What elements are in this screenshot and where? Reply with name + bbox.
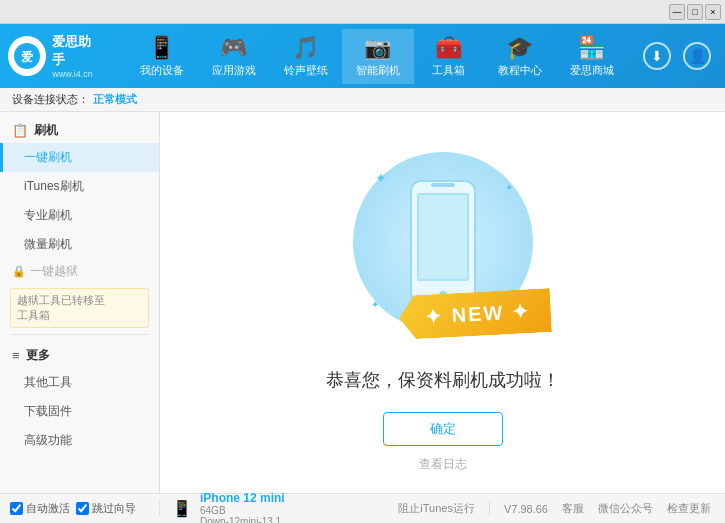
header: 爱 爱思助手 www.i4.cn 📱 我的设备 🎮 应用游戏 🎵 铃声壁纸 📷 … [0, 24, 725, 88]
sidebar-section-flash: 📋 刷机 [0, 116, 159, 143]
sparkle-1: ✦ [375, 170, 387, 186]
phone-svg [403, 177, 483, 307]
customer-service-link[interactable]: 客服 [562, 501, 584, 516]
sidebar-item-other-tools[interactable]: 其他工具 [0, 368, 159, 397]
sidebar-item-one-click[interactable]: 一键刷机 [0, 143, 159, 172]
skip-wizard-checkbox[interactable]: 跳过向导 [76, 501, 136, 516]
nav-my-device[interactable]: 📱 我的设备 [126, 29, 198, 84]
new-badge: ✦ NEW ✦ [398, 288, 552, 340]
store-icon: 🏪 [578, 35, 605, 61]
sidebar-item-save-data[interactable]: 微量刷机 [0, 230, 159, 259]
sidebar-notice: 越狱工具已转移至 工具箱 [10, 288, 149, 328]
sidebar-item-download-firmware[interactable]: 下载固件 [0, 397, 159, 426]
title-bar: — □ × [0, 0, 725, 24]
sidebar-divider [10, 334, 149, 335]
svg-rect-6 [419, 195, 467, 279]
minimize-btn[interactable]: — [669, 4, 685, 20]
nav-store[interactable]: 🏪 爱思商城 [556, 29, 628, 84]
nav-smart-flash[interactable]: 📷 智能刷机 [342, 29, 414, 84]
download-btn[interactable]: ⬇ [643, 42, 671, 70]
status-value: 正常模式 [93, 92, 137, 107]
maximize-btn[interactable]: □ [687, 4, 703, 20]
skip-wizard-input[interactable] [76, 502, 89, 515]
nav-bar: 📱 我的设备 🎮 应用游戏 🎵 铃声壁纸 📷 智能刷机 🧰 工具箱 🎓 教程中心… [110, 29, 643, 84]
device-info: 📱 iPhone 12 mini 64GB Down-12mini-13,1 [160, 491, 297, 524]
logo-sub: www.i4.cn [52, 69, 102, 79]
sidebar: 📋 刷机 一键刷机 iTunes刷机 专业刷机 微量刷机 🔒 一键越狱 越狱工具… [0, 112, 160, 493]
success-message: 恭喜您，保资料刷机成功啦！ [326, 368, 560, 392]
sidebar-item-itunes[interactable]: iTunes刷机 [0, 172, 159, 201]
sidebar-jailbreak-locked: 🔒 一键越狱 [0, 259, 159, 284]
tutorial-icon: 🎓 [506, 35, 533, 61]
logo-area: 爱 爱思助手 www.i4.cn [0, 33, 110, 79]
device-ios: Down-12mini-13,1 [200, 516, 285, 524]
bottom-left: 自动激活 跳过向导 [0, 501, 160, 516]
more-section-icon: ≡ [12, 348, 20, 363]
main-layout: 📋 刷机 一键刷机 iTunes刷机 专业刷机 微量刷机 🔒 一键越狱 越狱工具… [0, 112, 725, 493]
sidebar-item-pro[interactable]: 专业刷机 [0, 201, 159, 230]
user-btn[interactable]: 👤 [683, 42, 711, 70]
device-icon: 📱 [148, 35, 175, 61]
device-storage: 64GB [200, 505, 285, 516]
device-name: iPhone 12 mini [200, 491, 285, 505]
version-text: V7.98.66 [504, 503, 548, 515]
nav-toolbox[interactable]: 🧰 工具箱 [414, 29, 484, 84]
flash-section-icon: 📋 [12, 123, 28, 138]
svg-rect-4 [431, 183, 455, 187]
auto-activate-checkbox[interactable]: 自动激活 [10, 501, 70, 516]
success-illustration: ✦ ✦ ✦ ✦ NEW ✦ [333, 132, 553, 352]
check-update-link[interactable]: 检查更新 [667, 501, 711, 516]
toolbox-icon: 🧰 [435, 35, 462, 61]
lock-icon: 🔒 [12, 265, 26, 278]
sparkle-3: ✦ [371, 299, 379, 310]
nav-apps-games[interactable]: 🎮 应用游戏 [198, 29, 270, 84]
header-right: ⬇ 👤 [643, 42, 725, 70]
apps-icon: 🎮 [220, 35, 247, 61]
close-btn[interactable]: × [705, 4, 721, 20]
content-area: ✦ ✦ ✦ ✦ NEW ✦ 恭喜您，保资料刷机成功 [160, 112, 725, 493]
sidebar-item-advanced[interactable]: 高级功能 [0, 426, 159, 455]
status-bar: 设备连接状态： 正常模式 [0, 88, 725, 112]
ringtone-icon: 🎵 [292, 35, 319, 61]
device-phone-icon: 📱 [172, 499, 192, 518]
wechat-public-link[interactable]: 微信公众号 [598, 501, 653, 516]
confirm-button[interactable]: 确定 [383, 412, 503, 446]
sidebar-section-more: ≡ 更多 [0, 341, 159, 368]
bottom-right: 阻止iTunes运行 V7.98.66 客服 微信公众号 检查更新 [384, 501, 725, 516]
nav-tutorial[interactable]: 🎓 教程中心 [484, 29, 556, 84]
goto-daily-link[interactable]: 查看日志 [419, 456, 467, 473]
nav-ringtone[interactable]: 🎵 铃声壁纸 [270, 29, 342, 84]
svg-text:爱: 爱 [21, 50, 33, 64]
itunes-status: 阻止iTunes运行 [384, 501, 490, 516]
bottom-bar: 自动激活 跳过向导 📱 iPhone 12 mini 64GB Down-12m… [0, 493, 725, 523]
logo-name: 爱思助手 [52, 33, 102, 69]
sparkle-2: ✦ [505, 182, 513, 193]
logo-icon: 爱 [8, 36, 46, 76]
flash-icon: 📷 [364, 35, 391, 61]
status-label: 设备连接状态： [12, 92, 89, 107]
new-text: ✦ NEW ✦ [424, 300, 531, 328]
auto-activate-input[interactable] [10, 502, 23, 515]
